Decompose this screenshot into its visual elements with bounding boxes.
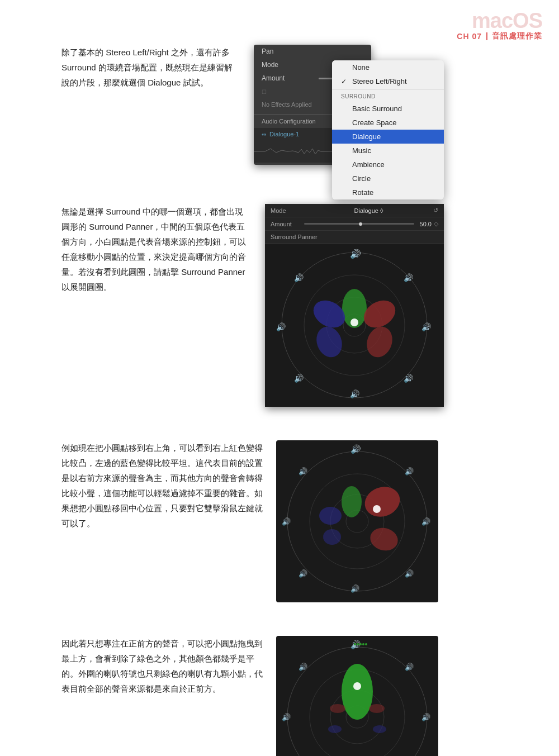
chapter-label: CH 07 音訊處理作業 [457,31,542,41]
divider [486,32,487,40]
panner-ui-1: Mode Dialogue ◊ ↺ Amount 50.0 ◇ Surround… [265,204,444,407]
svg-text:🔊: 🔊 [405,662,414,672]
pan-label: Pan [262,47,273,55]
surround-circle-area: 🔊 🔊 🔊 🔊 🔊 🔊 🔊 🔊 [265,244,444,407]
logo: macOS [457,10,542,31]
rotate-label: Rotate [352,188,373,197]
svg-text:🔊: 🔊 [405,569,414,578]
popup-menu: None ✓ Stereo Left/Right SURROUND Basic … [332,60,444,199]
svg-text:🔊: 🔊 [404,374,414,383]
svg-point-52 [362,643,364,645]
svg-text:🔊: 🔊 [282,712,291,722]
section-4-visual: 🔊 🔊 🔊 🔊 🔊 🔊 🔊 🔊 [276,636,438,756]
mode-value-panner: Dialogue ◊ [304,207,433,214]
section-2-text: 無論是選擇 Surround 中的哪一個選項，都會出現圓形的 Surround … [61,204,252,294]
dialogue-label: Dialogue [352,132,381,141]
svg-text:🔊: 🔊 [299,662,308,672]
stereo-label: Stereo Left/Right [352,77,407,85]
svg-text:🔊: 🔊 [350,444,361,454]
svg-point-53 [365,643,367,645]
mode-label-panner: Mode [271,207,304,214]
svg-point-46 [373,725,386,733]
svg-point-50 [357,643,359,645]
svg-point-28 [373,505,381,513]
basic-surround-label: Basic Surround [352,104,402,113]
surround-header: SURROUND [332,91,444,102]
none-label: None [352,63,369,72]
svg-point-42 [342,664,373,720]
svg-point-45 [328,725,342,733]
circle-label: Circle [352,174,371,183]
section-4-text: 因此若只想專注在正前方的聲音，可以把小圓點拖曳到最上方，會看到除了綠色之外，其他… [61,636,263,696]
mode-label: Mode [262,61,278,69]
amount-reset-icon[interactable]: ◇ [434,220,438,227]
svg-text:🔊: 🔊 [299,569,308,578]
chapter-title: 音訊處理作業 [492,31,542,41]
section-4: 因此若只想專注在正前方的聲音，可以把小圓點拖曳到最上方，會看到除了綠色之外，其他… [61,636,531,756]
svg-text:🔊: 🔊 [350,389,360,399]
amount-label-panner: Amount [271,221,304,227]
panner-circle-3: 🔊 🔊 🔊 🔊 🔊 🔊 🔊 🔊 [276,636,438,756]
svg-point-23 [342,486,362,517]
svg-point-44 [369,704,385,713]
create-space-label: Create Space [352,118,397,127]
surround-svg-2: 🔊 🔊 🔊 🔊 🔊 🔊 🔊 🔊 [279,443,435,600]
surround-svg-1: 🔊 🔊 🔊 🔊 🔊 🔊 🔊 🔊 [271,247,438,403]
slider-thumb-panner [359,222,362,226]
svg-text:🔊: 🔊 [421,322,432,332]
main-content: 除了基本的 Stereo Left/Right 之外，還有許多 Surround… [0,0,559,756]
menu-item-stereo[interactable]: ✓ Stereo Left/Right [332,74,444,88]
track-icon: ⇔ [262,131,266,137]
menu-divider [332,89,444,90]
page-header: macOS CH 07 音訊處理作業 [457,10,542,41]
svg-text:🔊: 🔊 [282,517,291,526]
svg-point-7 [363,323,396,361]
pan-row: Pan [254,45,371,58]
surround-panner-label[interactable]: Surround Panner [265,231,444,244]
music-label: Music [352,146,371,155]
amount-value-panner: 50.0 [420,221,432,227]
svg-point-51 [359,643,362,645]
svg-text:🔊: 🔊 [276,322,286,332]
surround-svg-3: 🔊 🔊 🔊 🔊 🔊 🔊 🔊 🔊 [279,639,435,756]
svg-text:🔊: 🔊 [299,467,308,476]
menu-item-create-space[interactable]: Create Space [332,116,444,130]
check-stereo: ✓ [341,78,349,85]
menu-item-basic-surround[interactable]: Basic Surround [332,102,444,116]
svg-text:🔊: 🔊 [350,249,361,259]
section-1-text: 除了基本的 Stereo Left/Right 之外，還有許多 Surround… [61,45,240,90]
svg-text:🔊: 🔊 [405,467,414,476]
section-3-text: 例如現在把小圓點移到右上角，可以看到右上紅色變得比較凸，左邊的藍色變得比較平坦。… [61,440,263,531]
svg-point-25 [319,507,342,525]
svg-point-27 [323,529,341,545]
section-2: 無論是選擇 Surround 中的哪一個選項，都會出現圓形的 Surround … [61,204,531,407]
section-3-visual: 🔊 🔊 🔊 🔊 🔊 🔊 🔊 🔊 [276,440,438,602]
menu-item-ambience[interactable]: Ambience [332,158,444,172]
svg-text:🔊: 🔊 [294,273,304,283]
ambience-label: Ambience [352,160,385,169]
svg-text:🔊: 🔊 [404,273,414,283]
svg-point-9 [350,318,358,326]
menu-item-rotate[interactable]: Rotate [332,186,444,199]
reset-icon[interactable]: ↺ [433,207,438,214]
track-label: Dialogue-1 [269,131,299,137]
svg-text:🔊: 🔊 [421,712,431,722]
menu-item-music[interactable]: Music [332,144,444,158]
panner-circle-2: 🔊 🔊 🔊 🔊 🔊 🔊 🔊 🔊 [276,440,438,602]
svg-text:🔊: 🔊 [350,584,360,593]
menu-item-none[interactable]: None [332,60,444,74]
menu-item-dialogue[interactable]: Dialogue [332,130,444,144]
svg-point-43 [330,704,345,713]
svg-point-49 [354,643,356,645]
amount-label: Amount [262,74,285,82]
svg-text:🔊: 🔊 [421,517,431,526]
section-3: 例如現在把小圓點移到右上角，可以看到右上紅色變得比較凸，左邊的藍色變得比較平坦。… [61,440,531,602]
svg-point-8 [312,323,346,361]
svg-point-47 [353,682,361,690]
section-2-visual: Mode Dialogue ◊ ↺ Amount 50.0 ◇ Surround… [265,204,444,407]
amount-slider-panner[interactable] [304,223,414,225]
section-1: 除了基本的 Stereo Left/Right 之外，還有許多 Surround… [61,45,531,165]
section-1-visual: Pan Mode Amount ☐ Effects [254,45,466,165]
chapter-number: CH 07 [457,32,482,41]
menu-item-circle[interactable]: Circle [332,172,444,186]
